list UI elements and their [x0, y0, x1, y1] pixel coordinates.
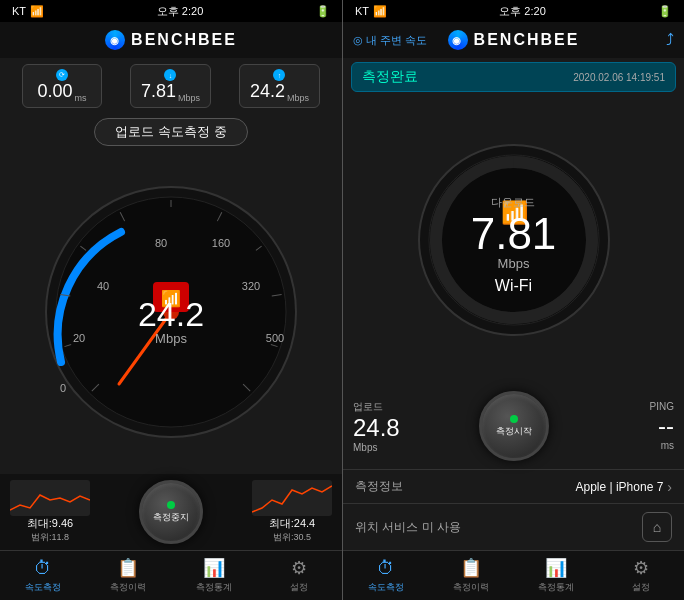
gauge-speed: 24.2 — [138, 297, 204, 331]
status-banner-left: 업로드 속도측정 중 — [0, 114, 342, 150]
ping-section: PING -- ms — [557, 401, 675, 451]
svg-text:500: 500 — [266, 332, 284, 344]
status-left: KT 📶 — [12, 5, 44, 18]
stat-max-right: 최대:24.4 — [269, 517, 315, 529]
battery-icon-left: 🔋 — [316, 5, 330, 18]
tab-history-left[interactable]: 📋 측정이력 — [86, 551, 172, 600]
mini-chart-right — [252, 480, 332, 516]
big-gauge-inner: 다운로드 7.81 Mbps Wi-Fi — [471, 195, 557, 295]
metric-ping-unit: ms — [74, 93, 86, 103]
metric-ul-unit: Mbps — [287, 93, 309, 103]
phone-right: KT 📶 오후 2:20 🔋 ◎ 내 주변 속도 ◉ BENCHBEE ⤴ 측정… — [342, 0, 684, 600]
chevron-icon: › — [667, 479, 672, 495]
tab-settings-icon-right: ⚙ — [633, 557, 649, 579]
carrier-left: KT — [12, 5, 26, 17]
tab-settings-right[interactable]: ⚙ 설정 — [599, 551, 684, 600]
metrics-row-left: ⟳ 0.00 ms ↓ 7.81 Mbps ↑ 24.2 Mbps — [0, 58, 342, 114]
battery-icon-right: 🔋 — [658, 5, 672, 18]
upload-value: 24.8 — [353, 414, 400, 442]
big-gauge-network: Wi-Fi — [471, 277, 557, 295]
tab-stats-label-right: 측정통계 — [538, 581, 574, 594]
tab-speedtest-label-left: 속도측정 — [25, 581, 61, 594]
upload-label: 업로드 — [353, 400, 471, 414]
logo-text-left: BENCHBEE — [131, 31, 237, 49]
status-left-right: KT 📶 — [355, 5, 387, 18]
time-right: 오후 2:20 — [499, 4, 545, 19]
tab-settings-left[interactable]: ⚙ 설정 — [257, 551, 343, 600]
info-value: Apple | iPhone 7 › — [575, 479, 672, 495]
stat-range-right: 범위:30.5 — [269, 531, 315, 544]
upload-unit: Mbps — [353, 442, 471, 453]
stop-btn-dot — [167, 501, 175, 509]
tab-history-label-right: 측정이력 — [453, 581, 489, 594]
big-gauge-area: 📶 다운로드 7.81 Mbps Wi-Fi — [343, 96, 684, 383]
share-btn[interactable]: ⤴ — [666, 31, 674, 49]
result-banner-time: 2020.02.06 14:19:51 — [573, 72, 665, 83]
tab-speedtest-icon-right: ⏱ — [377, 558, 395, 579]
status-bar-right: KT 📶 오후 2:20 🔋 — [343, 0, 684, 22]
tab-speedtest-right[interactable]: ⏱ 속도측정 — [343, 551, 428, 600]
metric-dl-label: ↓ — [164, 69, 176, 81]
tab-history-label-left: 측정이력 — [110, 581, 146, 594]
bottom-stats-left: 최대:9.46 범위:11.8 측정중지 최대:24.4 범위:30.5 — [0, 474, 342, 550]
tab-bar-right: ⏱ 속도측정 📋 측정이력 📊 측정통계 ⚙ 설정 — [343, 550, 684, 600]
metric-ping-label: ⟳ — [56, 69, 68, 81]
logo-text-right: BENCHBEE — [474, 31, 580, 49]
app-header-right: ◎ 내 주변 속도 ◉ BENCHBEE ⤴ — [343, 22, 684, 58]
big-gauge-label: 다운로드 — [471, 195, 557, 210]
stop-button[interactable]: 측정중지 — [139, 480, 203, 544]
stat-max-left: 최대:9.46 — [27, 517, 73, 529]
start-button[interactable]: 측정시작 — [479, 391, 549, 461]
metric-ul-label: ↑ — [273, 69, 285, 81]
start-btn-text: 측정시작 — [496, 425, 532, 438]
stat-info-right: 최대:24.4 범위:30.5 — [269, 516, 315, 544]
tab-settings-label-right: 설정 — [632, 581, 650, 594]
tab-history-icon-right: 📋 — [460, 557, 482, 579]
tab-settings-icon-left: ⚙ — [291, 557, 307, 579]
tab-stats-right[interactable]: 📊 측정통계 — [514, 551, 599, 600]
nearby-speed-label: 내 주변 속도 — [366, 33, 427, 48]
result-banner-title: 측정완료 — [362, 68, 418, 86]
info-row[interactable]: 측정정보 Apple | iPhone 7 › — [343, 469, 684, 503]
status-right-left: 🔋 — [316, 5, 330, 18]
gauge-unit: Mbps — [138, 331, 204, 346]
logo-right: ◉ BENCHBEE — [448, 30, 580, 50]
tab-stats-left[interactable]: 📊 측정통계 — [171, 551, 257, 600]
metric-ping: ⟳ 0.00 ms — [22, 64, 102, 108]
tab-stats-label-left: 측정통계 — [196, 581, 232, 594]
svg-text:0: 0 — [60, 382, 66, 394]
info-label: 측정정보 — [355, 478, 403, 495]
info-device: Apple | iPhone 7 — [575, 480, 663, 494]
stat-range-left: 범위:11.8 — [27, 531, 73, 544]
gauge-container-left: 0 20 40 80 160 320 500 — [41, 182, 301, 442]
home-icon-btn[interactable]: ⌂ — [642, 512, 672, 542]
tab-bar-left: ⏱ 속도측정 📋 측정이력 📊 측정통계 ⚙ 설정 — [0, 550, 342, 600]
tab-speedtest-left[interactable]: ⏱ 속도측정 — [0, 551, 86, 600]
svg-text:40: 40 — [97, 280, 109, 292]
metric-dl-unit: Mbps — [178, 93, 200, 103]
nearby-speed-icon: ◎ — [353, 34, 363, 47]
time-left: 오후 2:20 — [157, 4, 203, 19]
logo-icon-left: ◉ — [105, 30, 125, 50]
metric-dl-value: 7.81 — [141, 81, 176, 103]
upload-icon: ↑ — [273, 69, 285, 81]
metric-ping-value: 0.00 — [37, 81, 72, 103]
wifi-icon-right: 📶 — [373, 5, 387, 18]
svg-text:80: 80 — [155, 237, 167, 249]
tab-history-right[interactable]: 📋 측정이력 — [428, 551, 513, 600]
stat-info-left: 최대:9.46 범위:11.8 — [27, 516, 73, 544]
big-gauge-container: 📶 다운로드 7.81 Mbps Wi-Fi — [414, 140, 614, 340]
big-gauge-speed: 7.81 — [471, 212, 557, 256]
phone-left: KT 📶 오후 2:20 🔋 ◉ BENCHBEE ⟳ 0.00 ms ↓ — [0, 0, 342, 600]
upload-section: 업로드 24.8 Mbps — [353, 400, 471, 453]
svg-text:320: 320 — [242, 280, 260, 292]
status-bar-left: KT 📶 오후 2:20 🔋 — [0, 0, 342, 22]
location-row: 위치 서비스 미 사용 ⌂ — [343, 503, 684, 550]
app-header-left: ◉ BENCHBEE — [0, 22, 342, 58]
result-banner: 측정완료 2020.02.06 14:19:51 — [351, 62, 676, 92]
metric-upload: ↑ 24.2 Mbps — [239, 64, 320, 108]
home-icon: ⌂ — [653, 519, 661, 535]
upload-ping-row: 업로드 24.8 Mbps 측정시작 PING -- ms — [343, 383, 684, 469]
wifi-icon-left: 📶 — [30, 5, 44, 18]
nearby-speed-btn[interactable]: ◎ 내 주변 속도 — [353, 33, 427, 48]
